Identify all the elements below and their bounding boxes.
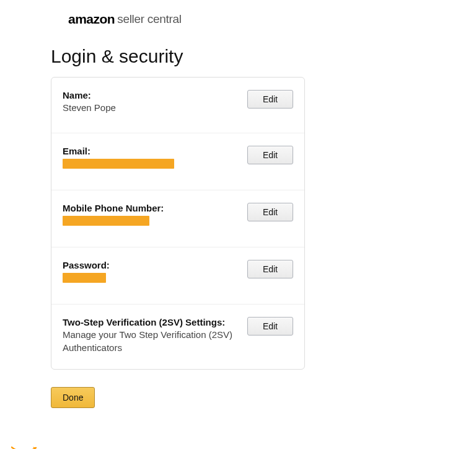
name-value: Steven Pope <box>63 102 116 114</box>
twosv-label: Two-Step Verification (2SV) Settings: <box>63 317 236 327</box>
page-title: Login & security <box>51 46 372 67</box>
amazon-wordmark: amazon <box>68 12 115 25</box>
password-value-redacted <box>63 273 106 283</box>
seller-central-wordmark: seller central <box>117 13 182 25</box>
row-two-step-verification: Two-Step Verification (2SV) Settings: Ma… <box>51 305 304 369</box>
row-password: Password: Edit <box>51 247 304 305</box>
name-label: Name: <box>63 90 116 100</box>
done-button[interactable]: Done <box>51 387 95 408</box>
password-label: Password: <box>63 260 110 270</box>
header-logo-row: amazon seller central <box>0 0 476 32</box>
row-name: Name: Steven Pope Edit <box>51 78 304 133</box>
email-label: Email: <box>63 146 174 156</box>
email-value-redacted <box>63 159 174 169</box>
amazon-seller-central-logo: amazon seller central <box>68 12 182 25</box>
security-settings-card: Name: Steven Pope Edit Email: Edit Mobil… <box>51 77 305 370</box>
row-email: Email: Edit <box>51 133 304 190</box>
edit-phone-button[interactable]: Edit <box>247 203 293 221</box>
phone-value-redacted <box>63 216 149 226</box>
twosv-description: Manage your Two Step Verification (2SV) … <box>63 329 236 354</box>
row-phone: Mobile Phone Number: Edit <box>51 190 304 247</box>
edit-twosv-button[interactable]: Edit <box>247 317 293 336</box>
edit-name-button[interactable]: Edit <box>247 90 293 109</box>
edit-email-button[interactable]: Edit <box>247 146 293 164</box>
phone-label: Mobile Phone Number: <box>63 203 164 213</box>
edit-password-button[interactable]: Edit <box>247 260 293 278</box>
